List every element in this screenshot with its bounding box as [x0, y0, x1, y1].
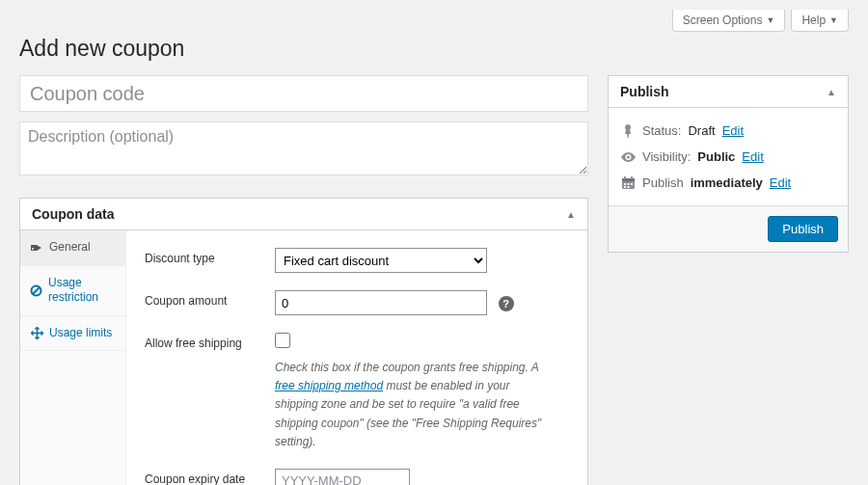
help-tip-icon[interactable]: ?: [499, 296, 514, 311]
schedule-label: Publish: [642, 175, 684, 190]
calendar-icon: [620, 176, 636, 189]
edit-schedule-link[interactable]: Edit: [770, 175, 791, 190]
free-shipping-method-link[interactable]: free shipping method: [275, 379, 383, 392]
tab-usage-restriction[interactable]: Usage restriction: [20, 266, 125, 316]
svg-rect-12: [627, 186, 629, 188]
publish-box: Publish ▲ Status: Draft Edit: [608, 75, 849, 253]
svg-rect-6: [624, 176, 626, 179]
tab-usage-limits-label: Usage limits: [49, 326, 112, 341]
eye-icon: [620, 152, 636, 162]
visibility-label: Visibility:: [642, 149, 691, 164]
coupon-amount-label: Coupon amount: [145, 290, 275, 308]
free-shipping-description: Check this box if the coupon grants free…: [275, 359, 555, 451]
coupon-amount-input[interactable]: [275, 290, 487, 315]
screen-options-label: Screen Options: [683, 13, 763, 27]
free-shipping-label: Allow free shipping: [145, 333, 275, 350]
coupon-data-heading: Coupon data: [32, 206, 115, 222]
coupon-data-box: Coupon data ▲ General: [19, 198, 588, 485]
coupon-code-input[interactable]: [19, 75, 588, 112]
publish-button[interactable]: Publish: [768, 216, 838, 242]
expiry-date-input[interactable]: [275, 469, 410, 485]
edit-visibility-link[interactable]: Edit: [742, 149, 763, 164]
status-label: Status:: [642, 123, 681, 138]
screen-options-tab[interactable]: Screen Options ▼: [672, 10, 786, 32]
pin-icon: [620, 124, 636, 138]
description-textarea[interactable]: [19, 121, 588, 175]
tab-general-label: General: [49, 240, 91, 256]
edit-status-link[interactable]: Edit: [722, 123, 744, 138]
help-label: Help: [801, 13, 826, 27]
tab-usage-restriction-label: Usage restriction: [48, 276, 116, 306]
ban-icon: [30, 284, 42, 297]
help-tab[interactable]: Help ▼: [791, 10, 849, 32]
svg-rect-9: [627, 183, 629, 185]
page-title: Add new coupon: [19, 36, 849, 62]
svg-rect-7: [631, 176, 633, 179]
tab-general[interactable]: General: [20, 230, 125, 266]
svg-rect-11: [624, 186, 626, 188]
tab-usage-limits[interactable]: Usage limits: [20, 316, 125, 352]
collapse-toggle[interactable]: ▲: [566, 209, 576, 220]
expiry-date-label: Coupon expiry date: [145, 469, 275, 485]
svg-rect-5: [622, 178, 635, 181]
schedule-value: immediately: [691, 175, 763, 190]
svg-line-1: [33, 287, 40, 294]
collapse-toggle[interactable]: ▲: [827, 87, 836, 97]
discount-type-label: Discount type: [145, 248, 275, 265]
discount-type-select[interactable]: Fixed cart discount: [275, 248, 487, 273]
publish-heading: Publish: [620, 84, 669, 99]
svg-rect-10: [631, 183, 633, 185]
free-shipping-checkbox[interactable]: [275, 333, 290, 348]
chevron-down-icon: ▼: [766, 15, 774, 25]
svg-rect-8: [624, 183, 626, 185]
status-value: Draft: [688, 123, 715, 138]
move-icon: [30, 327, 43, 339]
tag-icon: [30, 242, 43, 254]
visibility-value: Public: [697, 149, 735, 164]
chevron-down-icon: ▼: [829, 15, 838, 25]
